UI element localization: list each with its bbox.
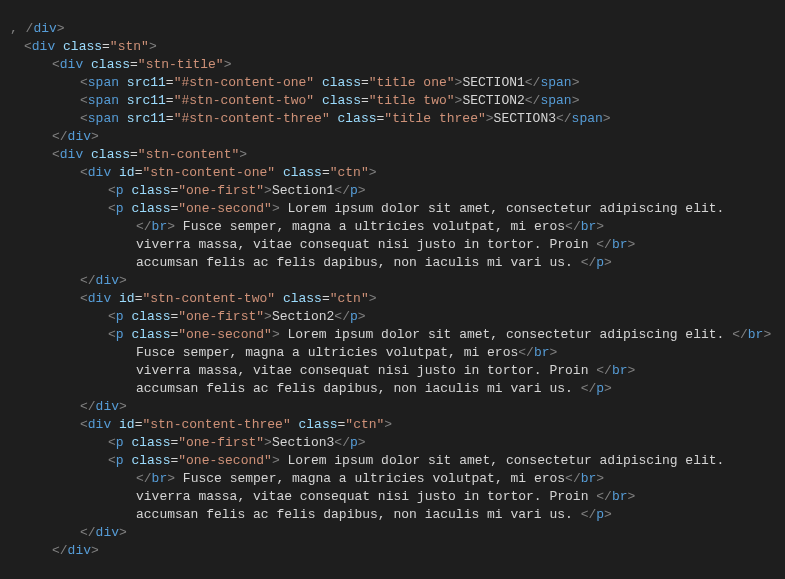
tag-name: div [60, 147, 83, 162]
punct: </ [136, 471, 152, 486]
code-editor[interactable]: , /div> <div class="stn"> <div class="st… [0, 0, 785, 560]
punct: </ [596, 489, 612, 504]
attr-value: "stn-content-three" [142, 417, 290, 432]
punct: > [91, 543, 99, 558]
punct: </ [596, 237, 612, 252]
text-content: SECTION2 [462, 93, 524, 108]
attr-value: "ctn" [345, 417, 384, 432]
text-content: viverra massa, vitae consequat nisi just… [136, 363, 596, 378]
punct: > [572, 93, 580, 108]
punct: > [272, 453, 280, 468]
attr-name: class [299, 417, 338, 432]
punct: > [358, 435, 366, 450]
punct: </ [80, 273, 96, 288]
punct: , / [10, 21, 33, 36]
punct: < [108, 309, 116, 324]
code-line: , /div> [0, 2, 785, 20]
punct: > [224, 57, 232, 72]
punct: </ [565, 219, 581, 234]
attr-name: src11 [127, 111, 166, 126]
tag-name: span [88, 93, 119, 108]
punct: > [272, 201, 280, 216]
punct: > [628, 363, 636, 378]
attr-name: class [131, 435, 170, 450]
eq: = [322, 291, 330, 306]
tag-name: span [88, 75, 119, 90]
attr-name: class [131, 453, 170, 468]
punct: < [80, 111, 88, 126]
tag-name: p [350, 309, 358, 324]
punct: > [596, 219, 604, 234]
eq: = [361, 75, 369, 90]
punct: < [108, 435, 116, 450]
text-content: Fusce semper, magna a ultricies volutpat… [175, 471, 565, 486]
attr-name: id [119, 165, 135, 180]
attr-name: class [322, 75, 361, 90]
attr-value: "one-first" [178, 435, 264, 450]
punct: > [358, 183, 366, 198]
tag-name: div [33, 21, 56, 36]
attr-name: class [338, 111, 377, 126]
attr-value: "#stn-content-one" [174, 75, 314, 90]
code-line: <div class="stn"> [0, 20, 785, 38]
tag-name: p [116, 309, 124, 324]
punct: > [763, 327, 771, 342]
punct: < [80, 93, 88, 108]
punct: </ [80, 525, 96, 540]
tag-name: p [116, 435, 124, 450]
punct: </ [80, 399, 96, 414]
tag-name: div [96, 273, 119, 288]
punct: </ [581, 381, 597, 396]
attr-name: class [63, 39, 102, 54]
tag-name: br [612, 237, 628, 252]
code-line: <div class="stn-content"> [0, 128, 785, 146]
attr-name: class [131, 183, 170, 198]
attr-value: "stn" [110, 39, 149, 54]
attr-value: "#stn-content-two" [174, 93, 314, 108]
attr-name: class [131, 201, 170, 216]
text-content: Section3 [272, 435, 334, 450]
punct: </ [518, 345, 534, 360]
tag-name: p [596, 507, 604, 522]
attr-value: "title three" [384, 111, 485, 126]
punct: < [108, 201, 116, 216]
tag-name: div [88, 291, 111, 306]
punct: < [108, 453, 116, 468]
punct: </ [596, 363, 612, 378]
punct: < [80, 165, 88, 180]
attr-value: "ctn" [330, 291, 369, 306]
tag-name: br [581, 471, 597, 486]
text-content: Section2 [272, 309, 334, 324]
attr-value: "stn-title" [138, 57, 224, 72]
punct: > [149, 39, 157, 54]
punct: > [57, 21, 65, 36]
attr-value: "title one" [369, 75, 455, 90]
text-content: SECTION1 [462, 75, 524, 90]
punct: > [596, 471, 604, 486]
punct: > [572, 75, 580, 90]
punct: > [272, 327, 280, 342]
text-content: accumsan felis ac felis dapibus, non iac… [136, 507, 581, 522]
tag-name: div [96, 525, 119, 540]
punct: < [52, 57, 60, 72]
punct: > [119, 525, 127, 540]
tag-name: br [152, 471, 168, 486]
tag-name: div [68, 543, 91, 558]
punct: > [604, 381, 612, 396]
punct: > [628, 237, 636, 252]
punct: > [384, 417, 392, 432]
punct: > [167, 471, 175, 486]
tag-name: span [88, 111, 119, 126]
attr-name: class [283, 291, 322, 306]
punct: </ [52, 129, 68, 144]
punct: > [603, 111, 611, 126]
attr-value: "stn-content-two" [142, 291, 275, 306]
tag-name: p [116, 327, 124, 342]
punct: > [119, 273, 127, 288]
punct: > [264, 435, 272, 450]
punct: > [628, 489, 636, 504]
text-content: SECTION3 [494, 111, 556, 126]
tag-name: div [68, 129, 91, 144]
tag-name: div [32, 39, 55, 54]
punct: </ [334, 435, 350, 450]
